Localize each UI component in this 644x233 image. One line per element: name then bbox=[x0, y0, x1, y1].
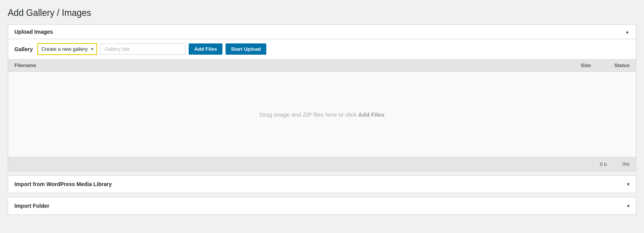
gallery-label: Gallery bbox=[14, 46, 33, 52]
import-folder-panel: Import Folder ▾ bbox=[8, 197, 636, 215]
upload-toolbar: Gallery Create a new gallery ▼ Add Files… bbox=[8, 39, 636, 59]
upload-images-panel-header[interactable]: Upload Images ▲ bbox=[8, 25, 636, 39]
drop-zone[interactable]: Drag image and ZIP files here or click A… bbox=[8, 72, 636, 157]
drop-zone-add-files-link[interactable]: Add Files bbox=[358, 111, 385, 118]
file-table-header: Filename Size Status bbox=[8, 59, 636, 72]
upload-images-panel: Upload Images ▲ Gallery Create a new gal… bbox=[8, 24, 636, 171]
page-title: Add Gallery / Images bbox=[8, 8, 636, 18]
size-column-header: Size bbox=[581, 62, 591, 68]
start-upload-button[interactable]: Start Upload bbox=[226, 43, 266, 55]
gallery-select[interactable]: Create a new gallery bbox=[38, 44, 89, 54]
import-media-panel: Import from WordPress Media Library ▾ bbox=[8, 175, 636, 193]
drop-zone-text: Drag image and ZIP files here or click A… bbox=[260, 111, 385, 118]
total-size-stat: 0 b bbox=[600, 161, 607, 167]
upload-footer: 0 b 0% bbox=[8, 157, 636, 171]
import-folder-chevron-icon: ▾ bbox=[627, 203, 630, 209]
add-files-button[interactable]: Add Files bbox=[189, 43, 222, 55]
upload-images-panel-title: Upload Images bbox=[14, 29, 53, 35]
total-percent-stat: 0% bbox=[622, 161, 630, 167]
gallery-title-input[interactable] bbox=[100, 43, 186, 55]
collapse-arrow-icon: ▲ bbox=[625, 29, 630, 35]
import-media-panel-header[interactable]: Import from WordPress Media Library ▾ bbox=[8, 176, 636, 193]
upload-panel-body: Gallery Create a new gallery ▼ Add Files… bbox=[8, 39, 636, 171]
status-column-header: Status bbox=[614, 62, 630, 68]
import-folder-panel-header[interactable]: Import Folder ▾ bbox=[8, 197, 636, 214]
import-media-chevron-icon: ▾ bbox=[627, 181, 630, 187]
import-media-panel-title: Import from WordPress Media Library bbox=[14, 181, 112, 187]
gallery-select-arrow-icon: ▼ bbox=[89, 45, 96, 54]
import-folder-panel-title: Import Folder bbox=[14, 203, 49, 209]
gallery-select-wrapper[interactable]: Create a new gallery ▼ bbox=[37, 43, 97, 55]
file-table-header-right: Size Status bbox=[581, 62, 630, 68]
filename-column-header: Filename bbox=[14, 62, 36, 68]
